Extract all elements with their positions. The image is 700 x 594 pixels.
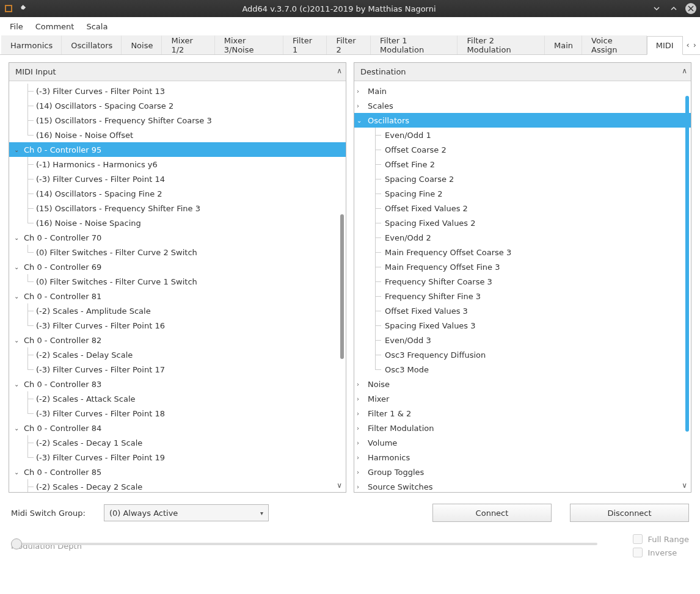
- tree-parent[interactable]: ⌄Ch 0 - Controller 69: [9, 259, 346, 274]
- tree-parent[interactable]: ›Volume: [354, 435, 691, 450]
- tree-parent[interactable]: ⌄Ch 0 - Controller 82: [9, 333, 346, 347]
- tree-child[interactable]: (16) Noise - Noise Spacing: [9, 216, 346, 230]
- tree-parent[interactable]: ›Filter 1 & 2: [354, 406, 691, 421]
- tab-scroll-right-icon[interactable]: ›: [693, 40, 696, 49]
- chevron-right-icon[interactable]: ›: [357, 440, 364, 446]
- scroll-up-icon[interactable]: ∧: [682, 67, 687, 75]
- midi-input-tree[interactable]: (-3) Filter Curves - Filter Point 13(14)…: [9, 81, 346, 492]
- tree-child[interactable]: (-2) Scales - Attack Scale: [9, 391, 346, 406]
- tree-child[interactable]: Spacing Fixed Values 3: [354, 318, 691, 333]
- tab-filter-1[interactable]: Filter 1: [283, 35, 327, 54]
- chevron-right-icon[interactable]: ›: [357, 410, 364, 417]
- maximize-button[interactable]: [668, 3, 679, 14]
- tree-parent[interactable]: ›Main: [354, 84, 691, 98]
- chevron-down-icon[interactable]: ⌄: [14, 469, 21, 476]
- menu-file[interactable]: File: [4, 20, 29, 34]
- chevron-down-icon[interactable]: ⌄: [14, 264, 21, 270]
- chevron-right-icon[interactable]: ›: [357, 469, 364, 476]
- tree-child[interactable]: Frequency Shifter Fine 3: [354, 289, 691, 303]
- tree-child[interactable]: (-1) Harmonics - Harmonics y6: [9, 157, 346, 172]
- tab-mixer-3-noise[interactable]: Mixer 3/Noise: [215, 35, 283, 54]
- tab-voice-assign[interactable]: Voice Assign: [582, 35, 647, 54]
- slider-thumb[interactable]: [11, 538, 22, 549]
- chevron-right-icon[interactable]: ›: [357, 381, 364, 388]
- chevron-right-icon[interactable]: ›: [357, 484, 364, 490]
- tree-child[interactable]: (-3) Filter Curves - Filter Point 19: [9, 450, 346, 465]
- tab-midi[interactable]: MIDI: [647, 36, 683, 55]
- tree-child[interactable]: (-3) Filter Curves - Filter Point 18: [9, 406, 346, 421]
- tab-filter-1-modulation[interactable]: Filter 1 Modulation: [371, 35, 458, 54]
- tree-parent[interactable]: ⌄Ch 0 - Controller 70: [9, 230, 346, 245]
- tree-parent[interactable]: ›Scales: [354, 98, 691, 113]
- pin-icon[interactable]: [17, 4, 27, 13]
- tree-child[interactable]: (-2) Scales - Amplitude Scale: [9, 303, 346, 318]
- tree-child[interactable]: (-3) Filter Curves - Filter Point 14: [9, 172, 346, 186]
- tab-oscillators[interactable]: Oscillators: [62, 35, 122, 54]
- tree-parent[interactable]: ›Mixer: [354, 391, 691, 406]
- tree-child[interactable]: (-2) Scales - Decay 2 Scale: [9, 479, 346, 492]
- tab-noise[interactable]: Noise: [122, 35, 162, 54]
- chevron-down-icon[interactable]: ⌄: [357, 117, 364, 124]
- midi-scrollbar[interactable]: [340, 96, 345, 477]
- tree-child[interactable]: (0) Filter Switches - Filter Curve 1 Swi…: [9, 274, 346, 289]
- chevron-down-icon[interactable]: ⌄: [14, 381, 21, 388]
- tab-filter-2-modulation[interactable]: Filter 2 Modulation: [458, 35, 545, 54]
- tab-harmonics[interactable]: Harmonics: [1, 35, 62, 54]
- tree-child[interactable]: (14) Oscillators - Spacing Fine 2: [9, 186, 346, 201]
- tree-parent[interactable]: ›Group Toggles: [354, 465, 691, 479]
- tree-parent[interactable]: ⌄Ch 0 - Controller 95: [9, 142, 346, 157]
- tree-parent[interactable]: ›Noise: [354, 377, 691, 391]
- tree-parent[interactable]: ⌄Ch 0 - Controller 84: [9, 421, 346, 435]
- chevron-down-icon[interactable]: ⌄: [14, 337, 21, 344]
- disconnect-button[interactable]: Disconnect: [570, 504, 689, 522]
- tree-child[interactable]: Spacing Fine 2: [354, 186, 691, 201]
- scroll-up-icon[interactable]: ∧: [337, 67, 342, 75]
- tree-child[interactable]: Main Frequency Offset Fine 3: [354, 259, 691, 274]
- tree-child[interactable]: Frequency Shifter Coarse 3: [354, 274, 691, 289]
- tab-mixer-1-2[interactable]: Mixer 1/2: [162, 35, 214, 54]
- tree-parent[interactable]: ›Harmonics: [354, 450, 691, 465]
- tree-parent[interactable]: ⌄Ch 0 - Controller 83: [9, 377, 346, 391]
- tree-parent[interactable]: ›Filter Modulation: [354, 421, 691, 435]
- tree-child[interactable]: Even/Odd 1: [354, 128, 691, 142]
- tree-child[interactable]: (-2) Scales - Decay 1 Scale: [9, 435, 346, 450]
- tree-child[interactable]: Osc3 Frequency Diffusion: [354, 347, 691, 362]
- destination-scrollbar[interactable]: [685, 96, 690, 477]
- full-range-checkbox[interactable]: Full Range: [633, 534, 689, 544]
- chevron-down-icon[interactable]: ⌄: [14, 147, 21, 153]
- chevron-down-icon[interactable]: ⌄: [14, 234, 21, 241]
- menu-scala[interactable]: Scala: [80, 20, 114, 34]
- close-button[interactable]: [685, 3, 696, 14]
- tree-child[interactable]: (-3) Filter Curves - Filter Point 13: [9, 84, 346, 98]
- midi-switch-group-combo[interactable]: (0) Always Active ▾: [104, 504, 269, 521]
- chevron-right-icon[interactable]: ›: [357, 103, 364, 109]
- tree-child[interactable]: (15) Oscillators - Frequency Shifter Coa…: [9, 113, 346, 128]
- tree-parent[interactable]: ›Source Switches: [354, 479, 691, 492]
- chevron-down-icon[interactable]: ⌄: [14, 293, 21, 300]
- tree-child[interactable]: Main Frequency Offset Coarse 3: [354, 245, 691, 259]
- tree-child[interactable]: Spacing Fixed Values 2: [354, 216, 691, 230]
- tree-child[interactable]: Offset Fixed Values 2: [354, 201, 691, 216]
- chevron-right-icon[interactable]: ›: [357, 88, 364, 95]
- tree-child[interactable]: (14) Oscillators - Spacing Coarse 2: [9, 98, 346, 113]
- tab-filter-2[interactable]: Filter 2: [327, 35, 371, 54]
- chevron-right-icon[interactable]: ›: [357, 425, 364, 432]
- tree-child[interactable]: (-3) Filter Curves - Filter Point 16: [9, 318, 346, 333]
- connect-button[interactable]: Connect: [432, 504, 552, 522]
- tree-child[interactable]: Even/Odd 2: [354, 230, 691, 245]
- tree-parent[interactable]: ⌄Oscillators: [354, 113, 691, 128]
- tree-child[interactable]: (-3) Filter Curves - Filter Point 17: [9, 362, 346, 377]
- scroll-down-icon[interactable]: ∨: [682, 481, 687, 490]
- tab-scroll-left-icon[interactable]: ‹: [687, 40, 690, 49]
- inverse-checkbox[interactable]: Inverse: [633, 548, 677, 557]
- menu-comment[interactable]: Comment: [29, 20, 81, 34]
- minimize-button[interactable]: [651, 3, 662, 14]
- chevron-down-icon[interactable]: ⌄: [14, 425, 21, 432]
- tree-child[interactable]: Even/Odd 3: [354, 333, 691, 347]
- tree-child[interactable]: Offset Coarse 2: [354, 142, 691, 157]
- tree-child[interactable]: Offset Fixed Values 3: [354, 303, 691, 318]
- tree-parent[interactable]: ⌄Ch 0 - Controller 81: [9, 289, 346, 303]
- scroll-down-icon[interactable]: ∨: [337, 481, 342, 490]
- tree-child[interactable]: (-2) Scales - Delay Scale: [9, 347, 346, 362]
- tree-child[interactable]: (0) Filter Switches - Filter Curve 2 Swi…: [9, 245, 346, 259]
